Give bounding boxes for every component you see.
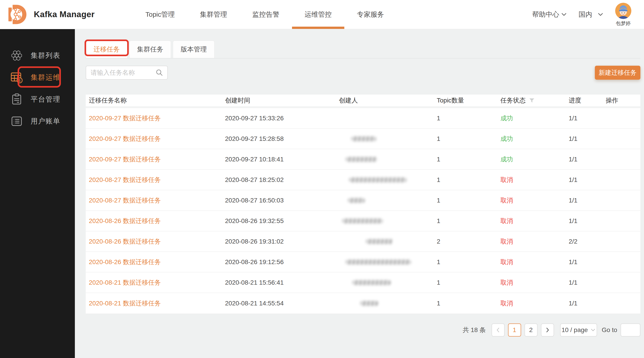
- goto-page-input[interactable]: [620, 323, 640, 336]
- brand: Kafka Manager: [0, 0, 95, 29]
- sidebar-item-label: 用户账单: [31, 117, 60, 126]
- nav-item-监控告警[interactable]: 监控告警: [252, 0, 280, 29]
- progress: 1/1: [569, 135, 606, 142]
- topic-count: 1: [437, 258, 500, 266]
- task-name-link[interactable]: 2020-08-26 数据迁移任务: [89, 238, 161, 245]
- sidebar-item-平台管理[interactable]: 平台管理: [0, 88, 75, 110]
- topic-count: 1: [437, 176, 500, 184]
- created-time: 2020-08-27 18:25:02: [225, 176, 339, 184]
- progress: 1/1: [569, 217, 606, 225]
- table-row: 2020-08-26 数据迁移任务2020-08-26 19:31:022取消2…: [86, 231, 640, 252]
- new-migration-task-button[interactable]: 新建迁移任务: [595, 66, 640, 80]
- tab-版本管理[interactable]: 版本管理: [173, 41, 215, 58]
- created-time: 2020-08-26 19:32:55: [225, 217, 339, 225]
- region-dropdown[interactable]: 国内: [578, 10, 604, 19]
- kafka-manager-logo-icon: [7, 4, 30, 25]
- tab-集群任务[interactable]: 集群任务: [129, 41, 171, 58]
- created-time: 2020-08-26 19:12:56: [225, 258, 339, 266]
- help-center-dropdown[interactable]: 帮助中心: [532, 10, 567, 19]
- pagination-next-button[interactable]: [541, 323, 554, 336]
- task-search-box: [86, 66, 168, 80]
- nav-item-Topic管理[interactable]: Topic管理: [146, 0, 175, 29]
- task-name-link[interactable]: 2020-08-21 数据迁移任务: [89, 279, 161, 286]
- help-center-label: 帮助中心: [532, 10, 559, 19]
- column-header-label: 操作: [606, 96, 618, 105]
- topic-count: 1: [437, 217, 500, 225]
- column-header-创建人: 创建人: [339, 96, 437, 105]
- pagination-prev-button[interactable]: [492, 323, 505, 336]
- chevron-down-icon: [590, 327, 596, 332]
- creator-cell: [339, 136, 437, 141]
- task-name-link[interactable]: 2020-09-27 数据迁移任务: [89, 135, 161, 142]
- pagination-page-1[interactable]: 1: [508, 323, 521, 336]
- task-status: 取消: [500, 176, 569, 184]
- creator-cell: [339, 157, 437, 162]
- task-name-link[interactable]: 2020-09-27 数据迁移任务: [89, 115, 161, 122]
- main-content: 迁移任务集群任务版本管理 新建迁移任务 迁移任务名称创建时间创建人Topic数量…: [75, 29, 644, 358]
- nav-item-运维管控[interactable]: 运维管控: [305, 0, 332, 29]
- topic-count: 1: [437, 300, 500, 307]
- table-header-row: 迁移任务名称创建时间创建人Topic数量任务状态进度操作: [86, 95, 640, 108]
- task-name-link[interactable]: 2020-08-26 数据迁移任务: [89, 258, 161, 265]
- progress: 1/1: [569, 176, 606, 184]
- nav-item-集群管理[interactable]: 集群管理: [200, 0, 227, 29]
- task-status: 成功: [500, 135, 569, 143]
- controls-row: 新建迁移任务: [86, 66, 640, 80]
- sidebar-item-用户账单[interactable]: 用户账单: [0, 110, 75, 132]
- table-row: 2020-09-27 数据迁移任务2020-09-27 15:28:581成功1…: [86, 129, 640, 149]
- column-header-label: 创建人: [339, 96, 358, 105]
- goto-label: Go to: [602, 326, 617, 334]
- task-status: 取消: [500, 217, 569, 225]
- task-search-input[interactable]: [90, 69, 156, 77]
- column-header-label: 进度: [569, 96, 581, 105]
- task-name-link[interactable]: 2020-08-21 数据迁移任务: [89, 300, 161, 307]
- created-time: 2020-08-26 19:31:02: [225, 238, 339, 245]
- sidebar-item-label: 平台管理: [31, 95, 60, 104]
- column-header-进度: 进度: [569, 96, 606, 105]
- ops-billing-table-icon: [10, 71, 23, 84]
- filter-funnel-icon[interactable]: [529, 98, 534, 103]
- progress: 2/2: [569, 238, 606, 245]
- task-name-link[interactable]: 2020-08-26 数据迁移任务: [89, 217, 161, 224]
- annotation-red-box: [84, 40, 129, 56]
- column-header-创建时间: 创建时间: [225, 96, 339, 105]
- creator-redacted-text: [346, 260, 411, 264]
- user-menu[interactable]: 包梦婷: [615, 0, 631, 29]
- task-name-link[interactable]: 2020-08-27 数据迁移任务: [89, 176, 161, 183]
- topic-count: 2: [437, 238, 500, 245]
- search-icon[interactable]: [156, 69, 163, 77]
- creator-redacted-text: [348, 198, 365, 203]
- progress: 1/1: [569, 258, 606, 266]
- task-status: 取消: [500, 258, 569, 266]
- creator-redacted-text: [366, 239, 393, 244]
- pagination: 共 18 条 12 10 / page Go to: [86, 323, 640, 350]
- pagination-page-2[interactable]: 2: [524, 323, 538, 336]
- progress: 1/1: [569, 115, 606, 122]
- sidebar-item-集群列表[interactable]: 集群列表: [0, 45, 75, 66]
- region-label: 国内: [578, 10, 592, 19]
- table-row: 2020-08-21 数据迁移任务2020-08-21 15:56:411取消1…: [86, 272, 640, 293]
- task-status: 成功: [500, 114, 569, 123]
- topic-count: 1: [437, 135, 500, 142]
- topic-count: 1: [437, 197, 500, 204]
- sidebar-item-集群运维[interactable]: 集群运维: [0, 66, 75, 88]
- bill-list-icon: [10, 115, 23, 128]
- page-size-select[interactable]: 10 / page: [560, 323, 597, 336]
- tab-bar: 迁移任务集群任务版本管理: [86, 41, 640, 59]
- table-row: 2020-08-27 数据迁移任务2020-08-27 18:25:021取消1…: [86, 170, 640, 190]
- task-name-link[interactable]: 2020-08-27 数据迁移任务: [89, 197, 161, 204]
- task-status: 取消: [500, 237, 569, 246]
- tab-迁移任务[interactable]: 迁移任务: [86, 41, 128, 58]
- nav-item-专家服务[interactable]: 专家服务: [357, 0, 384, 29]
- task-name-link[interactable]: 2020-09-27 数据迁移任务: [89, 156, 161, 163]
- creator-cell: [339, 177, 437, 182]
- hexagon-cluster-icon: [10, 49, 23, 62]
- topic-count: 1: [437, 156, 500, 163]
- topic-count: 1: [437, 115, 500, 122]
- sidebar-item-label: 集群运维: [31, 73, 60, 82]
- sidebar: 集群列表集群运维平台管理用户账单: [0, 29, 75, 358]
- column-header-label: 迁移任务名称: [89, 96, 127, 105]
- app-header: Kafka Manager Topic管理集群管理监控告警运维管控专家服务 帮助…: [0, 0, 644, 29]
- chevron-down-icon: [561, 12, 567, 17]
- task-status: 取消: [500, 299, 569, 308]
